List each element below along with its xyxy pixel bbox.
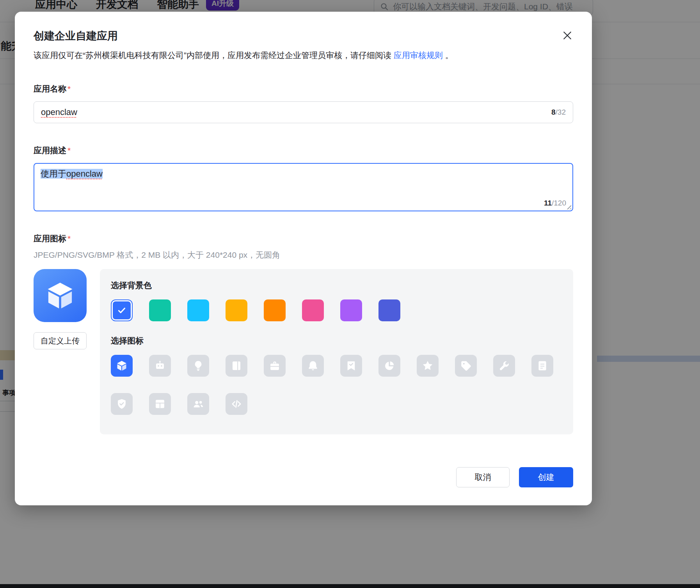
bg-color-swatch-4[interactable] <box>264 299 286 321</box>
required-asterisk: * <box>68 84 71 93</box>
bg-color-swatch-0[interactable] <box>111 299 133 321</box>
app-desc-label: 应用描述* <box>34 145 573 156</box>
briefcase-icon-tile[interactable] <box>264 355 286 377</box>
close-icon <box>561 30 573 41</box>
bg-color-swatch-2[interactable] <box>187 299 209 321</box>
bg-color-swatch-1[interactable] <box>149 299 171 321</box>
code-icon-tile[interactable] <box>226 393 247 415</box>
create-app-dialog: 创建企业自建应用 该应用仅可在“苏州横渠机电科技有限公司”内部使用，应用发布需经… <box>15 12 592 505</box>
book-icon-tile[interactable] <box>226 355 247 377</box>
app-desc-value: 使用于openclaw <box>41 168 566 180</box>
app-name-value: openclaw <box>41 107 547 117</box>
textarea-resize-handle[interactable] <box>566 204 571 209</box>
dialog-header: 创建企业自建应用 <box>34 29 573 43</box>
bulb-icon-tile[interactable] <box>187 355 209 377</box>
layout-icon-tile[interactable] <box>149 393 171 415</box>
cancel-button[interactable]: 取消 <box>456 467 510 487</box>
icon-preview-column: 自定义上传 <box>34 269 87 349</box>
document-icon-tile[interactable] <box>531 355 553 377</box>
icon-format-hint: JPEG/PNG/SVG/BMP 格式，2 MB 以内，大于 240*240 p… <box>34 250 573 260</box>
pie-icon-tile[interactable] <box>378 355 400 377</box>
tag-icon-tile[interactable] <box>455 355 477 377</box>
dialog-description: 该应用仅可在“苏州横渠机电科技有限公司”内部使用，应用发布需经过企业管理员审核，… <box>34 49 573 62</box>
bell-icon-tile[interactable] <box>302 355 324 377</box>
bg-color-swatch-3[interactable] <box>226 299 247 321</box>
description-suffix: 。 <box>443 51 453 60</box>
users-icon-tile[interactable] <box>187 393 209 415</box>
app-desc-textarea[interactable]: 使用于openclaw 11/120 <box>34 163 573 211</box>
create-button[interactable]: 创建 <box>519 467 573 487</box>
dialog-title: 创建企业自建应用 <box>34 29 118 43</box>
close-button[interactable] <box>560 28 575 43</box>
app-icon-preview <box>34 269 87 322</box>
bg-color-title: 选择背景色 <box>111 280 562 291</box>
app-name-input[interactable]: openclaw 8/32 <box>34 101 573 123</box>
robot-icon-tile[interactable] <box>149 355 171 377</box>
bookmark-check-icon-tile[interactable] <box>340 355 362 377</box>
star-icon-tile[interactable] <box>417 355 439 377</box>
icon-style-panel: 选择背景色 选择图标 <box>100 269 573 434</box>
app-name-counter: 8/32 <box>551 108 566 117</box>
cube-icon-tile[interactable] <box>111 355 133 377</box>
icon-grid <box>111 355 553 415</box>
bg-color-swatch-7[interactable] <box>378 299 400 321</box>
custom-upload-button[interactable]: 自定义上传 <box>34 332 87 349</box>
shield-check-icon-tile[interactable] <box>111 393 133 415</box>
app-desc-label-text: 应用描述 <box>34 146 66 155</box>
app-name-label: 应用名称* <box>34 83 573 94</box>
dialog-footer: 取消 创建 <box>34 467 573 487</box>
review-rules-link[interactable]: 应用审核规则 <box>394 51 443 60</box>
required-asterisk: * <box>68 146 71 155</box>
app-name-label-text: 应用名称 <box>34 84 66 93</box>
required-asterisk: * <box>68 234 71 243</box>
icon-config-section: 自定义上传 选择背景色 选择图标 <box>34 269 573 434</box>
bg-color-swatch-6[interactable] <box>340 299 362 321</box>
description-prefix: 该应用仅可在“苏州横渠机电科技有限公司”内部使用，应用发布需经过企业管理员审核，… <box>34 51 394 60</box>
icon-select-title: 选择图标 <box>111 335 562 346</box>
bg-color-swatches <box>111 299 562 321</box>
bg-color-swatch-5[interactable] <box>302 299 324 321</box>
wrench-icon-tile[interactable] <box>493 355 515 377</box>
app-icon-label: 应用图标* <box>34 233 573 244</box>
app-icon-label-text: 应用图标 <box>34 234 66 243</box>
app-desc-counter: 11/120 <box>544 199 566 207</box>
